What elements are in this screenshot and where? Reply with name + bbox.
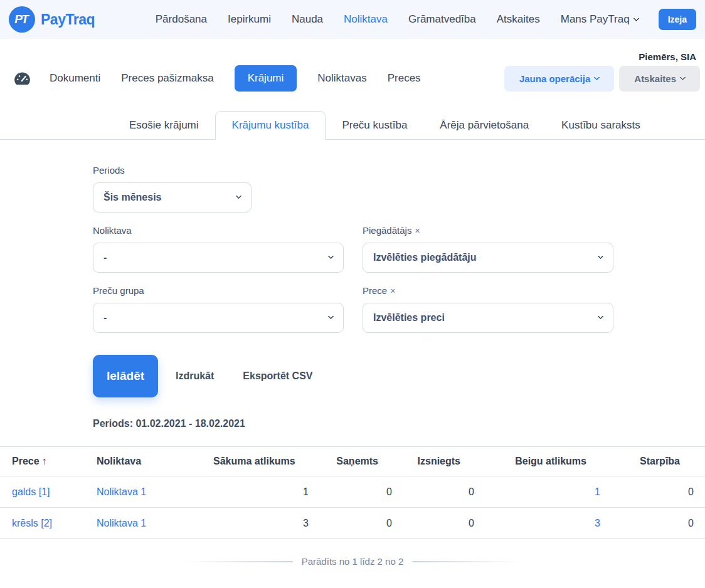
paytraq-logo-text: PayTraq	[41, 11, 95, 28]
product-link[interactable]: galds [1]	[12, 486, 50, 497]
divider	[185, 561, 293, 562]
nav-item-gramatvediba[interactable]: Grāmatvedība	[408, 13, 476, 26]
load-button[interactable]: Ielādēt	[93, 355, 158, 397]
product-group-label: Preču grupa	[93, 285, 344, 296]
top-bar: PT PayTraq Pārdošana Iepirkumi Nauda Nol…	[0, 0, 705, 39]
column-header-beigu-atlikums[interactable]: Beigu atlikums	[485, 447, 612, 476]
closing-balance-link[interactable]: 3	[595, 518, 600, 528]
opening-balance-value: 1	[213, 476, 320, 508]
issued-value: 0	[403, 476, 485, 508]
main-nav: Pārdošana Iepirkumi Nauda Noliktava Grām…	[156, 13, 639, 26]
tab-kustibu-saraksts[interactable]: Kustību saraksts	[545, 112, 657, 139]
product-group-select[interactable]: -	[93, 303, 344, 333]
module-actions: Jauna operācija Atskaites	[504, 66, 700, 92]
tab-precu-kustiba[interactable]: Preču kustība	[326, 112, 423, 139]
pagination: Parādīts no 1 līdz 2 no 2	[0, 556, 705, 567]
actions-row: Ielādēt Izdrukāt Eksportēt CSV	[0, 355, 705, 397]
stock-movement-table: Prece↑ Noliktava Sākuma atlikums Saņemts…	[0, 446, 705, 539]
nav-item-atskaites[interactable]: Atskaites	[497, 13, 540, 26]
period-label: Periods	[93, 165, 705, 176]
nav-item-mans-paytraq[interactable]: Mans PayTraq	[561, 13, 639, 26]
sort-asc-icon: ↑	[42, 456, 47, 466]
column-header-noliktava[interactable]: Noliktava	[85, 447, 213, 476]
table-header-row: Prece↑ Noliktava Sākuma atlikums Saņemts…	[0, 447, 705, 476]
nav-item-nauda[interactable]: Nauda	[292, 13, 323, 26]
supplier-label: Piegādātājs×	[363, 225, 613, 236]
difference-value: 0	[612, 476, 705, 508]
table-row: krēsls [2] Noliktava 1 3 0 0 3 0	[0, 508, 705, 539]
module-item-preces[interactable]: Preces	[388, 72, 421, 85]
nav-item-iepirkumi[interactable]: Iepirkumi	[228, 13, 271, 26]
closing-balance-link[interactable]: 1	[595, 486, 600, 497]
module-item-noliktavas[interactable]: Noliktavas	[317, 72, 366, 85]
module-item-dokumenti[interactable]: Dokumenti	[50, 72, 100, 85]
product-select[interactable]: Izvēlēties preci	[363, 303, 613, 333]
print-button[interactable]: Izdrukāt	[176, 370, 214, 382]
paytraq-logo-icon: PT	[9, 6, 35, 33]
period-select[interactable]: Šis mēnesis	[93, 182, 252, 213]
column-header-sakuma-atlikums[interactable]: Sākuma atlikums	[213, 447, 320, 476]
warehouse-label: Noliktava	[93, 225, 344, 236]
company-name: Piemērs, SIA	[0, 39, 705, 62]
warehouse-select[interactable]: -	[93, 243, 344, 273]
pagination-text: Parādīts no 1 līdz 2 no 2	[302, 556, 404, 567]
clear-filter-icon[interactable]: ×	[415, 226, 420, 236]
warehouse-link[interactable]: Noliktava 1	[97, 486, 146, 497]
export-csv-button[interactable]: Eksportēt CSV	[243, 370, 312, 382]
received-value: 0	[320, 508, 403, 539]
module-nav: Dokumenti Preces pašizmaksa Krājumi Noli…	[0, 65, 705, 92]
chevron-down-icon	[328, 253, 334, 259]
supplier-select[interactable]: Izvēlēties piegādātāju	[363, 243, 613, 273]
new-operation-button[interactable]: Jauna operācija	[504, 66, 614, 92]
chevron-down-icon	[328, 313, 334, 319]
issued-value: 0	[403, 508, 485, 539]
paytraq-logo[interactable]: PT PayTraq	[9, 6, 95, 33]
product-label: Prece×	[363, 285, 613, 296]
tab-krajumu-kustiba[interactable]: Krājumu kustība	[215, 111, 326, 140]
difference-value: 0	[612, 508, 705, 539]
chevron-down-icon	[236, 192, 242, 199]
column-header-prece[interactable]: Prece↑	[0, 447, 85, 476]
tab-areja-parvietosana[interactable]: Ārēja pārvietošana	[423, 112, 545, 139]
opening-balance-value: 3	[213, 508, 320, 539]
chevron-down-icon	[594, 75, 600, 81]
divider	[412, 561, 520, 562]
nav-item-noliktava[interactable]: Noliktava	[344, 13, 388, 26]
chevron-down-icon	[680, 75, 686, 81]
product-link[interactable]: krēsls [2]	[12, 518, 52, 528]
module-item-preces-pasizmaksa[interactable]: Preces pašizmaksa	[121, 72, 213, 85]
tab-bar: Esošie krājumi Krājumu kustība Preču kus…	[0, 111, 705, 140]
module-item-krajumi[interactable]: Krājumi	[235, 65, 297, 92]
table-row: galds [1] Noliktava 1 1 0 0 1 0	[0, 476, 705, 508]
chevron-down-icon	[598, 313, 604, 319]
column-header-sanemts[interactable]: Saņemts	[320, 447, 403, 476]
chevron-down-icon	[598, 253, 604, 259]
reports-button[interactable]: Atskaites	[619, 66, 700, 92]
dashboard-gauge-icon[interactable]	[14, 71, 31, 86]
chevron-down-icon	[633, 16, 639, 22]
filter-section: Periods Šis mēnesis Noliktava - Piegādāt…	[0, 165, 705, 333]
column-header-starpiba[interactable]: Starpība	[612, 447, 705, 476]
nav-item-pardosana[interactable]: Pārdošana	[156, 13, 207, 26]
received-value: 0	[320, 476, 403, 508]
column-header-izsniegts[interactable]: Izsniegts	[403, 447, 485, 476]
clear-filter-icon[interactable]: ×	[390, 286, 395, 296]
warehouse-link[interactable]: Noliktava 1	[97, 518, 146, 528]
logout-button[interactable]: Izeja	[659, 9, 696, 30]
tab-esosie-krajumi[interactable]: Esošie krājumi	[113, 112, 215, 139]
period-summary: Periods: 01.02.2021 - 18.02.2021	[0, 418, 705, 429]
